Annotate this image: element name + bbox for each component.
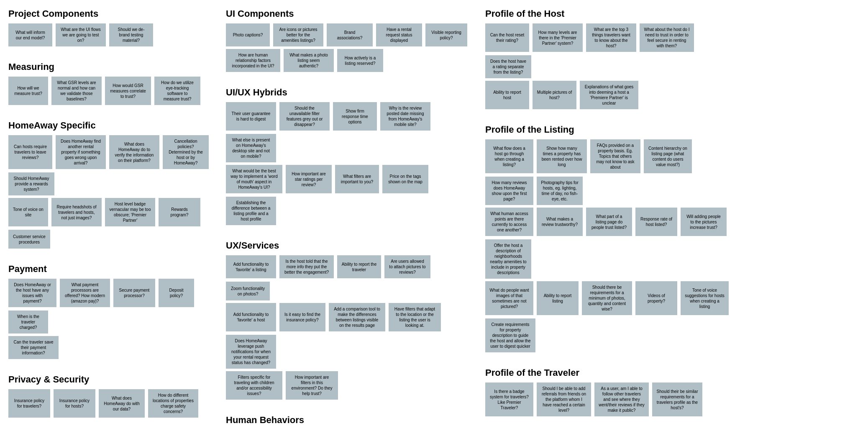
card[interactable]: How do different locations of properties… [148, 389, 198, 418]
card[interactable]: How do we utilize eye-tracking software … [154, 77, 200, 105]
card[interactable]: Can the host reset their rating? [485, 23, 529, 52]
card[interactable]: What do people want images of that somet… [485, 281, 533, 315]
card[interactable]: How many reviews does HomeAway show upon… [485, 177, 533, 205]
card[interactable]: Ability to report listing [537, 281, 579, 315]
card[interactable]: Explanations of what goes into deeming a… [580, 81, 638, 109]
card[interactable]: Tone of voice on site [8, 198, 48, 226]
card[interactable]: Is there a badge system for travelers? L… [485, 382, 533, 416]
card[interactable]: How important are star ratings per revie… [286, 165, 332, 193]
card[interactable]: Does HomeAway find another rental proper… [56, 135, 106, 169]
card[interactable]: Videos of property? [635, 281, 677, 315]
card[interactable]: Multiple pictures of host? [533, 81, 576, 109]
card[interactable]: Insurance policy for travelers? [8, 389, 50, 418]
card[interactable]: Does the host have a rating separate fro… [485, 55, 531, 78]
card[interactable]: Offer the host a description of neighbor… [485, 239, 531, 279]
card[interactable]: Ability to report host [485, 81, 529, 109]
card-row: What would be the best way to implement … [226, 165, 473, 225]
card[interactable]: FAQs provided on a property basis. Eg. T… [590, 139, 640, 173]
card[interactable]: Can the traveler save their payment info… [8, 336, 59, 359]
section-title: HomeAway Specific [8, 120, 213, 131]
card[interactable]: Host level badge vernacular may be too o… [105, 198, 155, 226]
card[interactable]: What makes a photo listing seem authenti… [284, 49, 334, 72]
card[interactable]: Should there be requirements for a minim… [582, 281, 632, 315]
card[interactable]: What filters are important to you? [335, 165, 379, 193]
card[interactable]: Show firm response time options [333, 102, 377, 131]
card[interactable]: Price on the tags shown on the map [382, 165, 428, 193]
card[interactable]: What else is present on HomeAway's deskt… [226, 134, 276, 162]
card[interactable]: Should the unavailable filter features g… [279, 102, 330, 131]
card[interactable]: Add functionality to 'favorite' a host [226, 303, 276, 331]
card[interactable]: What payment processors are offered? How… [60, 279, 110, 307]
card[interactable]: Does HomeAway leverage push notification… [226, 335, 276, 369]
card[interactable]: What human access points are there curre… [485, 208, 533, 236]
card[interactable]: Secure payment processor? [113, 279, 155, 307]
card-row: Can hosts require travelers to leave rev… [8, 135, 213, 195]
card[interactable]: Photo captions? [226, 23, 270, 46]
section-homeaway-specific: HomeAway SpecificCan hosts require trave… [8, 120, 213, 251]
card[interactable]: Filters specific for traveling with chil… [226, 371, 282, 400]
card[interactable]: Why is the review posted date missing fr… [380, 102, 430, 131]
card[interactable]: What would be the best way to implement … [226, 165, 282, 193]
card[interactable]: Add a comparison tool to make the differ… [329, 303, 385, 331]
card[interactable]: Create requirements for property descrip… [485, 318, 535, 352]
section-title: Measuring [8, 62, 213, 72]
card[interactable]: Customer service procedures [8, 230, 50, 249]
card[interactable]: Response rate of host listed? [635, 208, 677, 236]
card[interactable]: Have a rental request status displayed [376, 23, 422, 46]
card[interactable]: Show how many times a property has been … [537, 139, 587, 173]
card[interactable]: What does HomeAway do to verify the info… [109, 135, 159, 169]
card[interactable]: What GSR levels are normal and how can w… [51, 77, 102, 105]
card[interactable]: Is it easy to find the insurance policy? [279, 303, 325, 331]
card[interactable]: Ability to report the traveler [337, 255, 381, 278]
card-row: What will inform our end model?What are … [8, 23, 213, 46]
card[interactable]: Should their be similar requirements for… [652, 382, 702, 416]
card[interactable]: When is the traveler charged? [8, 311, 48, 334]
card[interactable]: Should I be able to add referrals from f… [537, 382, 591, 416]
section-ux/services: UX/ServicesAdd functionality to 'favorit… [226, 240, 473, 402]
card[interactable]: What does HomeAway do with our data? [99, 389, 145, 418]
card[interactable]: How will we measure trust? [8, 77, 48, 105]
card[interactable]: Insurance policy for hosts? [54, 389, 95, 418]
card[interactable]: Are icons or pictures better for the ame… [273, 23, 323, 46]
card[interactable]: Is the host told that the more info they… [279, 255, 334, 278]
card[interactable]: Are users allowed to attach pictures to … [384, 255, 430, 278]
card[interactable]: How would GSR measures correlate to trus… [105, 77, 151, 105]
section-title: Profile of the Listing [485, 124, 732, 135]
section-human-behaviors: Human BehaviorsIs the 'create a listing'… [226, 415, 473, 426]
card[interactable]: What flow does a host go through when cr… [485, 139, 533, 173]
card[interactable]: Should we de-brand testing material? [109, 23, 153, 46]
card[interactable]: Their user guarantee is hard to digest [226, 102, 276, 131]
card-row: How will we measure trust?What GSR level… [8, 77, 213, 105]
card[interactable]: What will inform our end model? [8, 23, 52, 46]
card[interactable]: Require headshots of travelers and hosts… [51, 198, 102, 226]
card[interactable]: Photography tips for hosts, eg. lighting… [537, 177, 583, 205]
card[interactable]: Add functionality to 'favorite' a listin… [226, 255, 276, 278]
card[interactable]: Zoom functionality on photos? [226, 282, 270, 300]
card[interactable]: Can hosts require travelers to leave rev… [8, 135, 52, 169]
card[interactable]: What are the top 3 things travelers want… [586, 23, 636, 52]
card[interactable]: Visible reporting policy? [425, 23, 467, 46]
card[interactable]: Does HomeAway or the host have any issue… [8, 279, 56, 307]
card[interactable]: As a user, am I able to follow other tra… [594, 382, 649, 416]
card[interactable]: How many levels are there in the 'Premie… [533, 23, 583, 52]
card[interactable]: What are the UI flows we are going to te… [56, 23, 106, 46]
section-profile-of-the-host: Profile of the HostCan the host reset th… [485, 8, 732, 112]
card[interactable]: Cancellation policies? Determined by the… [163, 135, 209, 169]
card[interactable]: Deposit policy? [159, 279, 194, 307]
card[interactable]: Should HomeAway provide a rewards system… [8, 172, 54, 195]
card[interactable]: Have filters that adapt to the location … [389, 303, 441, 331]
card[interactable]: How important are filters in this enviro… [286, 371, 338, 400]
card[interactable]: What about the host do I need to trust i… [640, 23, 694, 52]
card[interactable]: Content hierarchy on listing page (what … [644, 139, 692, 173]
card[interactable]: Rewards program? [159, 198, 200, 226]
card[interactable]: How are human relationship factors incor… [226, 49, 280, 72]
card-row: Add functionality to 'favorite' a hostIs… [226, 303, 473, 369]
card[interactable]: What part of a listing page do people tr… [586, 208, 632, 236]
card[interactable]: What makes a review trustworthy? [537, 208, 583, 236]
card[interactable]: Tone of voice suggestions for hosts when… [681, 281, 729, 315]
card-row: Does HomeAway or the host have any issue… [8, 279, 213, 334]
card[interactable]: Establishing the difference between a li… [226, 197, 276, 225]
card[interactable]: Will adding people to the pictures incre… [681, 208, 727, 236]
card[interactable]: How actively is a listing reserved? [337, 49, 383, 72]
card[interactable]: Brand associations? [327, 23, 373, 46]
